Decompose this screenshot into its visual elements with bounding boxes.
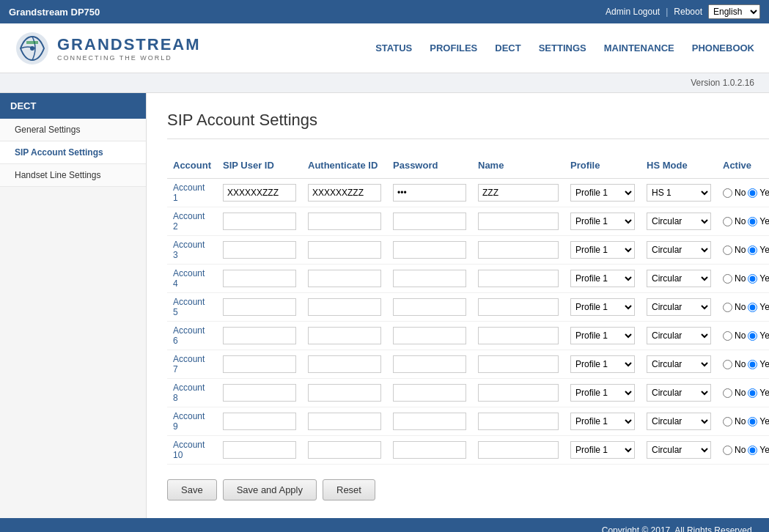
col-sip-user-id: SIP User ID (217, 155, 302, 179)
active-yes-radio-10[interactable] (748, 446, 757, 455)
save-button[interactable]: Save (167, 479, 217, 500)
password-input-2[interactable] (393, 213, 466, 230)
sidebar-item-general-settings[interactable]: General Settings (0, 119, 146, 141)
grandstream-logo-icon (15, 31, 50, 66)
nav-maintenance[interactable]: MAINTENANCE (604, 40, 674, 56)
name-input-4[interactable] (478, 270, 559, 287)
hs-mode-select-3[interactable]: HS 1HS 2HS 3Circular (647, 241, 711, 259)
profile-select-5[interactable]: Profile 1Profile 2Profile 3Profile 4 (570, 298, 635, 316)
active-no-radio-2[interactable] (723, 217, 732, 226)
hs-mode-select-10[interactable]: HS 1HS 2HS 3Circular (647, 441, 711, 459)
password-input-10[interactable] (393, 441, 466, 459)
sip-user-id-input-8[interactable] (223, 384, 296, 402)
sip-user-id-input-2[interactable] (223, 213, 296, 230)
auth-id-input-1[interactable] (308, 184, 381, 202)
active-yes-radio-3[interactable] (748, 245, 757, 255)
password-input-1[interactable] (393, 184, 466, 202)
password-input-3[interactable] (393, 241, 466, 259)
active-no-radio-3[interactable] (723, 245, 732, 255)
col-password: Password (387, 155, 472, 179)
password-input-4[interactable] (393, 270, 466, 287)
hs-mode-select-1[interactable]: HS 1HS 2HS 3Circular (647, 184, 711, 202)
profile-select-6[interactable]: Profile 1Profile 2Profile 3Profile 4 (570, 327, 635, 344)
nav-status[interactable]: STATUS (375, 40, 412, 56)
active-yes-radio-9[interactable] (748, 417, 757, 426)
sidebar-item-handset-line-settings[interactable]: Handset Line Settings (0, 164, 146, 187)
password-input-9[interactable] (393, 413, 466, 430)
table-row: Account 8Profile 1Profile 2Profile 3Prof… (167, 379, 769, 407)
active-yes-radio-2[interactable] (748, 217, 757, 226)
sidebar-item-sip-account-settings[interactable]: SIP Account Settings (0, 141, 146, 164)
hs-mode-select-9[interactable]: HS 1HS 2HS 3Circular (647, 413, 711, 430)
profile-select-4[interactable]: Profile 1Profile 2Profile 3Profile 4 (570, 270, 635, 287)
active-no-radio-10[interactable] (723, 446, 732, 455)
auth-id-input-7[interactable] (308, 355, 381, 373)
name-input-2[interactable] (478, 213, 559, 230)
profile-select-3[interactable]: Profile 1Profile 2Profile 3Profile 4 (570, 241, 635, 259)
save-and-apply-button[interactable]: Save and Apply (223, 479, 317, 500)
nav-profiles[interactable]: PROFILES (430, 40, 477, 56)
password-input-7[interactable] (393, 355, 466, 373)
active-yes-radio-7[interactable] (748, 360, 757, 369)
active-no-radio-9[interactable] (723, 417, 732, 426)
profile-select-8[interactable]: Profile 1Profile 2Profile 3Profile 4 (570, 384, 635, 402)
hs-mode-select-5[interactable]: HS 1HS 2HS 3Circular (647, 298, 711, 316)
password-input-8[interactable] (393, 384, 466, 402)
sip-user-id-input-6[interactable] (223, 327, 296, 344)
nav-settings[interactable]: SETTINGS (539, 40, 586, 56)
hs-mode-select-4[interactable]: HS 1HS 2HS 3Circular (647, 270, 711, 287)
profile-select-10[interactable]: Profile 1Profile 2Profile 3Profile 4 (570, 441, 635, 459)
nav-dect[interactable]: DECT (495, 40, 520, 56)
name-input-10[interactable] (478, 441, 559, 459)
name-input-3[interactable] (478, 241, 559, 259)
active-no-radio-6[interactable] (723, 331, 732, 341)
hs-mode-select-2[interactable]: HS 1HS 2HS 3Circular (647, 213, 711, 230)
active-no-radio-7[interactable] (723, 360, 732, 369)
sip-user-id-input-9[interactable] (223, 413, 296, 430)
active-no-radio-8[interactable] (723, 388, 732, 398)
auth-id-input-4[interactable] (308, 270, 381, 287)
auth-id-input-6[interactable] (308, 327, 381, 344)
name-input-6[interactable] (478, 327, 559, 344)
reset-button[interactable]: Reset (323, 479, 375, 500)
password-input-6[interactable] (393, 327, 466, 344)
sip-user-id-input-10[interactable] (223, 441, 296, 459)
auth-id-input-9[interactable] (308, 413, 381, 430)
profile-select-9[interactable]: Profile 1Profile 2Profile 3Profile 4 (570, 413, 635, 430)
sip-user-id-input-7[interactable] (223, 355, 296, 373)
active-yes-radio-8[interactable] (748, 388, 757, 398)
name-input-1[interactable] (478, 184, 559, 202)
hs-mode-select-7[interactable]: HS 1HS 2HS 3Circular (647, 355, 711, 373)
name-input-8[interactable] (478, 384, 559, 402)
admin-logout-link[interactable]: Admin Logout (606, 7, 660, 17)
password-input-5[interactable] (393, 298, 466, 316)
auth-id-input-8[interactable] (308, 384, 381, 402)
hs-mode-select-8[interactable]: HS 1HS 2HS 3Circular (647, 384, 711, 402)
auth-id-input-3[interactable] (308, 241, 381, 259)
active-yes-radio-5[interactable] (748, 303, 757, 312)
profile-select-1[interactable]: Profile 1Profile 2Profile 3Profile 4 (570, 184, 635, 202)
auth-id-input-5[interactable] (308, 298, 381, 316)
active-yes-radio-4[interactable] (748, 274, 757, 284)
profile-select-2[interactable]: Profile 1Profile 2Profile 3Profile 4 (570, 213, 635, 230)
hs-mode-select-6[interactable]: HS 1HS 2HS 3Circular (647, 327, 711, 344)
active-yes-radio-6[interactable] (748, 331, 757, 341)
profile-select-7[interactable]: Profile 1Profile 2Profile 3Profile 4 (570, 355, 635, 373)
active-no-radio-1[interactable] (723, 188, 732, 198)
active-yes-radio-1[interactable] (748, 188, 757, 198)
sip-user-id-input-1[interactable] (223, 184, 296, 202)
name-input-5[interactable] (478, 298, 559, 316)
sip-user-id-input-3[interactable] (223, 241, 296, 259)
active-no-radio-5[interactable] (723, 303, 732, 312)
active-no-radio-4[interactable] (723, 274, 732, 284)
language-select[interactable]: English Chinese Spanish French German (708, 4, 760, 19)
name-input-7[interactable] (478, 355, 559, 373)
sip-user-id-input-5[interactable] (223, 298, 296, 316)
nav-phonebook[interactable]: PHONEBOOK (692, 40, 754, 56)
reboot-link[interactable]: Reboot (674, 7, 702, 17)
sidebar-section-dect[interactable]: DECT (0, 93, 146, 119)
auth-id-input-2[interactable] (308, 213, 381, 230)
auth-id-input-10[interactable] (308, 441, 381, 459)
name-input-9[interactable] (478, 413, 559, 430)
sip-user-id-input-4[interactable] (223, 270, 296, 287)
